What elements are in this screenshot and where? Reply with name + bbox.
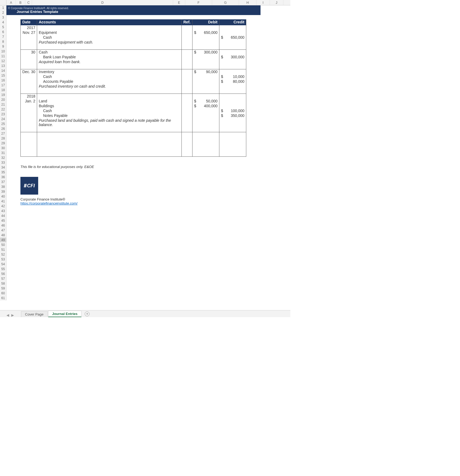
ref-cell[interactable] bbox=[182, 108, 192, 113]
row-header[interactable]: 20 bbox=[0, 97, 6, 102]
debit-cell[interactable]: $300,000 bbox=[192, 50, 219, 55]
date-cell[interactable]: Nov. 27 bbox=[21, 30, 37, 35]
ref-cell[interactable] bbox=[182, 103, 192, 108]
cell[interactable] bbox=[219, 45, 246, 50]
cell[interactable] bbox=[219, 94, 246, 99]
row-header[interactable]: 30 bbox=[0, 146, 6, 151]
cell[interactable] bbox=[37, 25, 182, 30]
credit-cell[interactable] bbox=[219, 50, 246, 55]
account-cell[interactable]: Purchased equipment with cash. bbox=[37, 40, 182, 45]
row-header[interactable]: 53 bbox=[0, 257, 6, 262]
row-header[interactable]: 13 bbox=[0, 63, 6, 68]
cell[interactable] bbox=[21, 45, 37, 50]
row-header[interactable]: 37 bbox=[0, 180, 6, 184]
cell[interactable] bbox=[219, 152, 246, 157]
cell[interactable] bbox=[21, 147, 37, 152]
date-cell[interactable] bbox=[21, 108, 37, 113]
row-header[interactable]: 28 bbox=[0, 136, 6, 141]
col-header[interactable]: I bbox=[256, 0, 270, 5]
cell[interactable] bbox=[37, 152, 182, 157]
date-cell[interactable] bbox=[21, 79, 37, 84]
row-header[interactable]: 8 bbox=[0, 39, 6, 44]
date-cell[interactable] bbox=[21, 74, 37, 79]
cell[interactable] bbox=[192, 152, 219, 157]
year-cell[interactable]: 2017 bbox=[21, 25, 37, 30]
debit-cell[interactable] bbox=[192, 59, 219, 64]
account-cell[interactable]: Bank Loan Payable bbox=[37, 55, 182, 59]
credit-cell[interactable]: $350,000 bbox=[219, 113, 246, 118]
cell[interactable] bbox=[37, 137, 182, 142]
cell[interactable] bbox=[192, 137, 219, 142]
row-header[interactable]: 25 bbox=[0, 121, 6, 126]
date-cell[interactable] bbox=[21, 40, 37, 45]
credit-cell[interactable] bbox=[219, 40, 246, 45]
cell[interactable] bbox=[219, 142, 246, 147]
credit-cell[interactable] bbox=[219, 59, 246, 64]
row-header[interactable]: 51 bbox=[0, 247, 6, 252]
col-header[interactable]: J bbox=[270, 0, 283, 5]
col-header[interactable]: A bbox=[6, 0, 16, 5]
row-header[interactable]: 46 bbox=[0, 223, 6, 228]
date-cell[interactable]: Jan. 2 bbox=[21, 99, 37, 103]
cell[interactable] bbox=[21, 132, 37, 137]
ref-cell[interactable] bbox=[182, 40, 192, 45]
col-header[interactable]: D bbox=[32, 0, 173, 5]
col-header[interactable]: F bbox=[185, 0, 212, 5]
cell[interactable] bbox=[192, 142, 219, 147]
debit-cell[interactable] bbox=[192, 108, 219, 113]
add-sheet-button[interactable]: + bbox=[85, 312, 90, 316]
debit-cell[interactable] bbox=[192, 79, 219, 84]
ref-cell[interactable] bbox=[182, 99, 192, 103]
cell[interactable] bbox=[37, 132, 182, 137]
row-header[interactable]: 15 bbox=[0, 73, 6, 78]
credit-cell[interactable] bbox=[219, 118, 246, 127]
col-header[interactable]: H bbox=[239, 0, 256, 5]
date-cell[interactable] bbox=[21, 55, 37, 59]
row-header[interactable]: 47 bbox=[0, 228, 6, 233]
debit-cell[interactable] bbox=[192, 113, 219, 118]
date-cell[interactable] bbox=[21, 35, 37, 40]
row-header[interactable]: 45 bbox=[0, 218, 6, 223]
row-header[interactable]: 50 bbox=[0, 242, 6, 247]
credit-cell[interactable] bbox=[219, 84, 246, 89]
cell[interactable] bbox=[219, 127, 246, 132]
cell[interactable] bbox=[192, 89, 219, 94]
account-cell[interactable]: Land bbox=[37, 99, 182, 103]
row-header[interactable]: 41 bbox=[0, 199, 6, 204]
row-header[interactable]: 60 bbox=[0, 291, 6, 296]
col-header[interactable]: G bbox=[212, 0, 239, 5]
credit-cell[interactable]: $650,000 bbox=[219, 35, 246, 40]
cell[interactable] bbox=[192, 147, 219, 152]
row-header[interactable]: 49 bbox=[0, 238, 6, 242]
account-cell[interactable]: Purchased inventory on cash and credit. bbox=[37, 84, 182, 89]
cell[interactable] bbox=[182, 94, 192, 99]
ref-cell[interactable] bbox=[182, 59, 192, 64]
row-header[interactable]: 32 bbox=[0, 155, 6, 160]
cell[interactable] bbox=[192, 127, 219, 132]
cell[interactable] bbox=[21, 64, 37, 69]
cell[interactable] bbox=[192, 64, 219, 69]
cell[interactable] bbox=[37, 142, 182, 147]
row-header[interactable]: 27 bbox=[0, 131, 6, 136]
cell[interactable] bbox=[182, 152, 192, 157]
debit-cell[interactable]: $400,000 bbox=[192, 103, 219, 108]
cell[interactable] bbox=[21, 142, 37, 147]
ref-cell[interactable] bbox=[182, 74, 192, 79]
select-all-corner[interactable] bbox=[0, 0, 6, 5]
tab-cover-page[interactable]: Cover Page bbox=[21, 311, 48, 317]
credit-cell[interactable] bbox=[219, 103, 246, 108]
cell[interactable] bbox=[182, 64, 192, 69]
row-header[interactable]: 11 bbox=[0, 54, 6, 59]
row-header[interactable]: 21 bbox=[0, 102, 6, 107]
row-header[interactable]: 6 bbox=[0, 30, 6, 34]
row-header[interactable]: 22 bbox=[0, 107, 6, 112]
debit-cell[interactable] bbox=[192, 55, 219, 59]
account-cell[interactable]: Cash bbox=[37, 35, 182, 40]
row-header[interactable]: 35 bbox=[0, 170, 6, 175]
row-header[interactable]: 23 bbox=[0, 112, 6, 117]
account-cell[interactable]: Buildings bbox=[37, 103, 182, 108]
debit-cell[interactable]: $50,000 bbox=[192, 99, 219, 103]
row-header[interactable]: 40 bbox=[0, 194, 6, 199]
date-cell[interactable]: Dec. 30 bbox=[21, 69, 37, 74]
cell[interactable] bbox=[219, 137, 246, 142]
